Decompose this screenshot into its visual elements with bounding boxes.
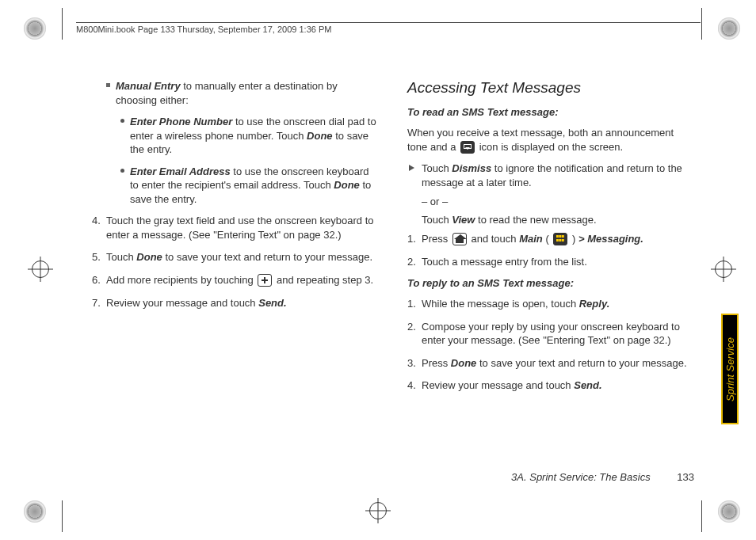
- footer-section: 3A. Sprint Service: The Basics: [511, 471, 651, 483]
- step-6: 6.Add more recipients by touching and re…: [92, 273, 379, 287]
- message-icon: [460, 141, 475, 154]
- crop-corner-icon: [718, 17, 740, 40]
- right-column: Accessing Text Messages To read an SMS T…: [407, 79, 694, 401]
- registration-target-icon: [369, 502, 387, 519]
- read-step-1: 1.Press and touch Main ( ) > Messaging.: [407, 232, 694, 246]
- section-heading: Accessing Text Messages: [407, 79, 694, 97]
- main-grid-icon: [553, 233, 567, 245]
- view-line: Touch View to read the new message.: [407, 214, 694, 226]
- manual-entry-label: Manual Entry: [116, 80, 181, 92]
- step-4: 4.Touch the gray text field and use the …: [92, 214, 379, 241]
- reply-steps: 1.While the message is open, touch Reply…: [407, 297, 694, 393]
- crop-line: [62, 500, 63, 532]
- crop-line: [62, 8, 63, 40]
- registration-target-icon: [715, 260, 732, 278]
- reply-step-4: 4.Review your message and touch Send.: [407, 378, 694, 393]
- subheading-reply: To reply to an SMS Text message:: [407, 277, 694, 289]
- read-step-2: 2.Touch a message entry from the list.: [407, 255, 694, 269]
- crop-line: [701, 8, 702, 40]
- reply-step-1: 1.While the message is open, touch Reply…: [407, 297, 694, 311]
- book-header: M800Mini.book Page 133 Thursday, Septemb…: [76, 22, 701, 38]
- manual-entry-line: Manual Entry to manually enter a destina…: [92, 79, 379, 107]
- page-content: Manual Entry to manually enter a destina…: [92, 79, 694, 483]
- page-footer: 3A. Sprint Service: The Basics 133: [511, 471, 694, 483]
- home-icon: [452, 233, 467, 245]
- side-tab: Sprint Service: [721, 314, 739, 424]
- or-line: – or –: [407, 196, 694, 207]
- left-column: Manual Entry to manually enter a destina…: [92, 79, 379, 401]
- crop-corner-icon: [24, 17, 46, 40]
- registration-target-icon: [32, 260, 49, 278]
- subheading-read: To read an SMS Text message:: [407, 106, 694, 118]
- step-7: 7.Review your message and touch Send.: [92, 296, 379, 310]
- plus-icon: [258, 274, 272, 287]
- enter-phone-label: Enter Phone Number: [130, 116, 232, 127]
- read-steps: 1.Press and touch Main ( ) > Messaging. …: [407, 232, 694, 268]
- step-5: 5.Touch Done to save your text and retur…: [92, 250, 379, 264]
- triangle-bullet-icon: [409, 165, 414, 171]
- crop-corner-icon: [24, 500, 46, 523]
- reply-step-2: 2.Compose your reply by using your onscr…: [407, 320, 694, 348]
- crop-corner-icon: [718, 500, 740, 523]
- dismiss-line: Touch Dismiss to ignore the notification…: [407, 162, 694, 189]
- header-text: M800Mini.book Page 133 Thursday, Septemb…: [76, 25, 331, 34]
- reply-step-3: 3.Press Done to save your text and retur…: [407, 356, 694, 371]
- crop-line: [701, 500, 702, 532]
- page-number: 133: [677, 471, 694, 483]
- dot-bullet-icon: [120, 119, 124, 123]
- left-steps: 4.Touch the gray text field and use the …: [92, 214, 379, 310]
- enter-email-label: Enter Email Address: [130, 165, 231, 177]
- dot-bullet-icon: [120, 169, 124, 173]
- read-intro: When you receive a text message, both an…: [407, 126, 694, 154]
- square-bullet-icon: [106, 83, 110, 87]
- enter-phone-line: Enter Phone Number to use the onscreen d…: [92, 115, 379, 157]
- enter-email-line: Enter Email Address to use the onscreen …: [92, 165, 379, 207]
- side-tab-label: Sprint Service: [724, 337, 736, 401]
